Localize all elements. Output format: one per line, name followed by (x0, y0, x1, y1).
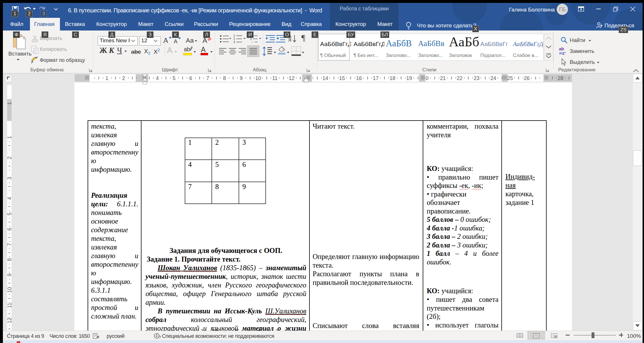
svg-text:i: i (252, 41, 252, 44)
svg-text:1: 1 (233, 34, 235, 37)
svg-text:3: 3 (233, 41, 235, 44)
svg-text:?: ? (159, 335, 161, 339)
svg-text:2: 2 (233, 37, 235, 41)
